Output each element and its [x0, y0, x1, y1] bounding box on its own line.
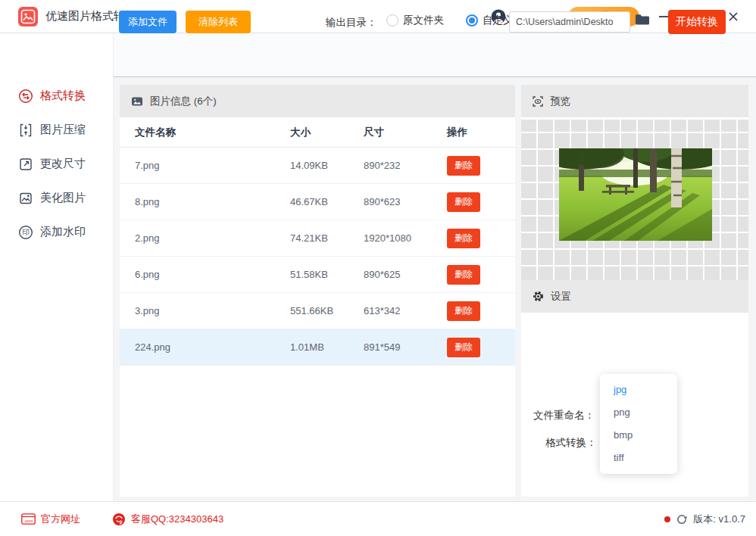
col-header-action: 操作: [426, 126, 515, 139]
official-website-link[interactable]: .com 官方网址: [21, 513, 80, 526]
sidebar-item-label: 美化图片: [40, 191, 86, 205]
update-status-dot: [664, 516, 670, 522]
settings-title: 设置: [551, 290, 571, 304]
delete-button[interactable]: 删除: [447, 338, 480, 357]
check-update-icon[interactable]: [676, 513, 688, 525]
table-row[interactable]: 3.png 551.66KB 613*342 删除: [120, 293, 515, 329]
file-list-panel: 图片信息 (6个) 文件名称 大小 尺寸 操作 7.png 14.09KB 89…: [120, 85, 515, 497]
file-dimensions: 890*623: [364, 196, 426, 207]
file-list-header: 图片信息 (6个): [120, 85, 515, 117]
file-name: 8.png: [135, 196, 290, 207]
convert-icon: [18, 89, 33, 104]
radio-custom-folder[interactable]: 自定义: [466, 14, 514, 27]
service-qq-label: 客服QQ:3234303643: [131, 513, 223, 526]
format-label: 格式转换：: [545, 436, 597, 450]
preview-settings-panel: 预览: [521, 85, 748, 497]
svg-text:.com: .com: [23, 519, 33, 523]
col-header-size: 大小: [290, 126, 364, 139]
delete-button[interactable]: 删除: [447, 156, 480, 176]
version-label: 版本: v1.0.7: [693, 513, 745, 526]
app-logo-icon: [18, 7, 38, 26]
file-size: 14.09KB: [290, 160, 364, 171]
delete-button[interactable]: 删除: [447, 265, 480, 285]
image-info-icon: [130, 95, 144, 108]
sidebar: 格式转换 图片压缩 更改尺寸 美化图片 印 添加水印: [0, 33, 114, 501]
delete-button[interactable]: 删除: [447, 301, 480, 321]
watermark-icon: 印: [18, 225, 33, 240]
website-icon: .com: [21, 513, 36, 525]
dropdown-option-jpg[interactable]: jpg: [600, 379, 677, 401]
sidebar-item-image-compress[interactable]: 图片压缩: [0, 113, 114, 147]
minimize-icon: [659, 16, 669, 17]
file-dimensions: 890*625: [364, 269, 426, 280]
compress-icon: [18, 123, 33, 138]
preview-icon: [532, 95, 544, 108]
table-row[interactable]: 6.png 51.58KB 890*625 删除: [120, 257, 515, 293]
file-size: 1.01MB: [290, 341, 364, 353]
radio-original-circle[interactable]: [386, 14, 398, 26]
sidebar-item-label: 格式转换: [40, 89, 86, 103]
table-header-row: 文件名称 大小 尺寸 操作: [120, 117, 515, 148]
radio-custom-circle[interactable]: [466, 14, 478, 26]
preview-title: 预览: [550, 95, 570, 108]
close-button[interactable]: [723, 6, 744, 27]
file-dimensions: 890*232: [364, 160, 426, 171]
file-name: 2.png: [135, 232, 290, 244]
file-name: 6.png: [135, 269, 290, 280]
file-size: 74.21KB: [290, 232, 364, 244]
delete-button[interactable]: 删除: [447, 229, 480, 248]
table-row[interactable]: 2.png 74.21KB 1920*1080 删除: [120, 220, 515, 257]
gear-icon: [532, 290, 545, 303]
file-name: 224.png: [135, 341, 290, 353]
delete-button[interactable]: 删除: [447, 192, 480, 212]
footer-bar: .com 官方网址 客服QQ:3234303643 版本: v1.0.7: [0, 501, 756, 536]
sidebar-item-label: 更改尺寸: [40, 157, 86, 171]
dropdown-option-bmp[interactable]: bmp: [600, 424, 677, 447]
add-files-button[interactable]: 添加文件: [119, 11, 177, 33]
col-header-dims: 尺寸: [364, 126, 426, 139]
file-size: 46.67KB: [290, 196, 364, 207]
table-row-selected[interactable]: 224.png 1.01MB 891*549 删除: [120, 329, 515, 366]
output-dir-label: 输出目录：: [326, 16, 377, 30]
rename-label: 文件重命名：: [533, 409, 595, 422]
sidebar-item-label: 添加水印: [40, 225, 86, 239]
file-name: 3.png: [135, 305, 290, 316]
sidebar-item-label: 图片压缩: [40, 123, 86, 137]
browse-folder-button[interactable]: [635, 14, 650, 29]
sidebar-item-watermark[interactable]: 印 添加水印: [0, 215, 114, 249]
sidebar-item-beautify[interactable]: 美化图片: [0, 181, 114, 215]
beautify-icon: [18, 191, 33, 206]
app-window: 优速图片格式转换器 未登录 开通会员 格式转: [0, 0, 756, 536]
service-qq-link[interactable]: 客服QQ:3234303643: [112, 513, 223, 526]
dropdown-option-tiff[interactable]: tiff: [600, 447, 677, 469]
table-row[interactable]: 8.png 46.67KB 890*623 删除: [120, 184, 515, 220]
settings-header: 设置: [521, 280, 748, 313]
toolbar: [114, 33, 756, 77]
sidebar-item-resize[interactable]: 更改尺寸: [0, 147, 114, 181]
clear-list-button[interactable]: 清除列表: [186, 11, 251, 33]
output-path-input[interactable]: [509, 11, 630, 33]
col-header-name: 文件名称: [135, 126, 290, 139]
close-icon: [729, 12, 738, 21]
file-dimensions: 613*342: [364, 305, 426, 316]
radio-original-folder[interactable]: 原文件夹: [386, 14, 444, 27]
file-size: 51.58KB: [290, 269, 364, 280]
format-dropdown: jpg png bmp tiff: [600, 374, 677, 474]
file-size: 551.66KB: [290, 305, 364, 316]
preview-header: 预览: [521, 85, 748, 117]
file-name: 7.png: [135, 160, 290, 171]
file-dimensions: 1920*1080: [364, 232, 426, 244]
customer-service-icon: [112, 513, 126, 526]
start-convert-button[interactable]: 开始转换: [668, 10, 726, 34]
resize-icon: [18, 157, 33, 172]
dropdown-option-png[interactable]: png: [600, 401, 677, 424]
official-website-label: 官方网址: [41, 513, 80, 526]
preview-image: [559, 148, 712, 241]
svg-text:印: 印: [22, 228, 30, 236]
folder-icon: [635, 14, 650, 26]
file-dimensions: 891*549: [364, 341, 426, 353]
sidebar-item-format-convert[interactable]: 格式转换: [0, 79, 114, 113]
radio-original-label: 原文件夹: [403, 14, 444, 27]
file-list-title: 图片信息 (6个): [150, 95, 217, 108]
table-row[interactable]: 7.png 14.09KB 890*232 删除: [120, 148, 515, 184]
